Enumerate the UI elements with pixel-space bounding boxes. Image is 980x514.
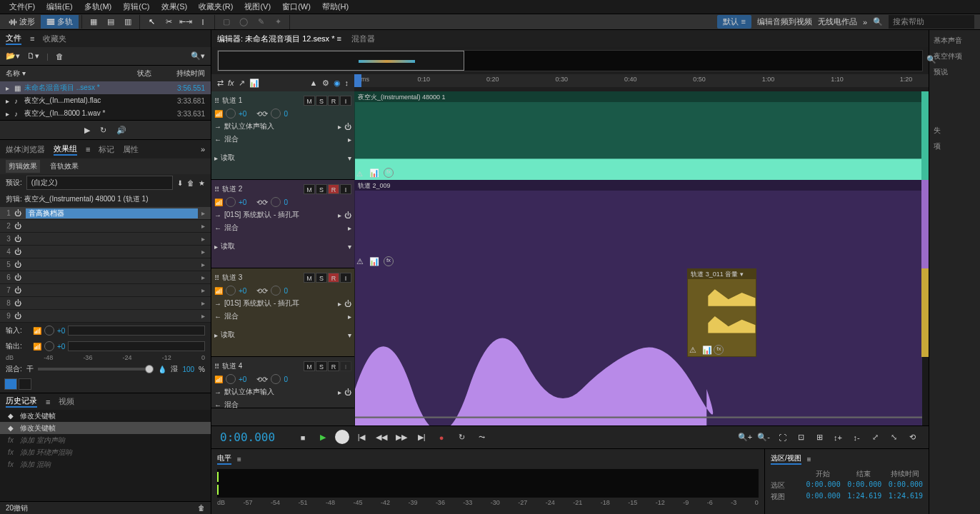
pan-knob[interactable]: [271, 109, 281, 119]
track-input[interactable]: 默认立体声输入: [224, 121, 335, 131]
volume-knob[interactable]: [226, 197, 236, 207]
clip-fx-icon[interactable]: 📊: [369, 168, 379, 178]
overview-bar[interactable]: 🔍: [217, 50, 923, 71]
history-item[interactable]: ◆修改关键帧: [0, 410, 211, 422]
output-value[interactable]: +0: [57, 343, 65, 351]
mini-autoplay-icon[interactable]: 🔊: [116, 126, 126, 135]
menu-view[interactable]: 视图(V): [239, 1, 276, 12]
solo-btn[interactable]: S: [316, 96, 327, 106]
zoom-out-v-icon[interactable]: ↕-: [849, 430, 864, 445]
arm-btn[interactable]: R: [328, 361, 339, 371]
timecode-display[interactable]: 0:00.000: [220, 430, 275, 444]
file-filter-icon[interactable]: 🔍▾: [191, 51, 205, 61]
tab-markers[interactable]: 标记: [99, 144, 114, 155]
skip-btn[interactable]: ⤳: [474, 430, 489, 445]
arm-btn[interactable]: R: [328, 96, 339, 106]
view-start[interactable]: 0:00.000: [805, 492, 841, 502]
track-name[interactable]: 轨道 3: [222, 273, 301, 283]
mute-btn[interactable]: M: [304, 273, 315, 283]
mini-loop-icon[interactable]: ↻: [100, 126, 106, 135]
zoom-fit-icon[interactable]: ⛶: [774, 430, 790, 445]
rack-slot[interactable]: 8⏻▸: [0, 297, 211, 310]
brush-tool[interactable]: ✎: [253, 15, 269, 29]
levels-menu[interactable]: ≡: [237, 455, 241, 463]
spot-tool[interactable]: ✦: [270, 15, 286, 29]
mixer-tab[interactable]: 混音器: [351, 34, 375, 44]
preset-save-icon[interactable]: ⬇: [177, 179, 183, 187]
input-power-icon[interactable]: ⏻: [344, 123, 351, 131]
mix-value[interactable]: 100: [182, 366, 194, 373]
track-read[interactable]: 读取: [221, 153, 345, 163]
track-name[interactable]: 轨道 4: [222, 361, 301, 371]
menu-window[interactable]: 窗口(W): [276, 1, 316, 12]
hud-toggle-3[interactable]: ▥: [120, 15, 136, 29]
clip-fx-badge[interactable]: fx: [714, 345, 724, 355]
volume-knob[interactable]: [226, 374, 236, 384]
eq-icon[interactable]: 📊: [249, 79, 259, 88]
pan-knob[interactable]: [271, 286, 281, 296]
record-btn[interactable]: ●: [434, 430, 449, 445]
zoom-sel-icon[interactable]: ⊡: [793, 430, 809, 445]
mute-btn[interactable]: M: [304, 361, 315, 371]
overview-selection[interactable]: [218, 51, 464, 71]
track-read[interactable]: 读取: [221, 330, 345, 340]
zoom-out-icon[interactable]: 🔍-: [756, 430, 771, 445]
track-input[interactable]: [01S] 系统默认 - 插孔耳: [224, 210, 335, 220]
audio-clip[interactable]: 夜空火_(Instrumental) 48000 1 ⚠ 📊 fx: [354, 91, 923, 180]
solo-btn[interactable]: S: [316, 361, 327, 371]
power-icon[interactable]: ⏻: [14, 209, 26, 217]
search-help[interactable]: 搜索帮助: [889, 15, 974, 29]
solo-btn[interactable]: S: [316, 273, 327, 283]
file-delete-icon[interactable]: 🗑: [56, 52, 64, 61]
clip-fx-icon[interactable]: 📊: [702, 346, 712, 355]
mini-play-icon[interactable]: ▶: [84, 126, 90, 135]
track-name[interactable]: 轨道 2: [222, 184, 301, 194]
menu-edit[interactable]: 编辑(E): [41, 1, 79, 12]
timeline-ruler[interactable]: hms 0:10 0:20 0:30 0:40 0:50 1:00 1:10 1…: [354, 74, 929, 87]
pan-knob[interactable]: [271, 197, 281, 207]
prev-btn[interactable]: |◀: [354, 430, 369, 445]
menu-effects[interactable]: 效果(S): [156, 1, 194, 12]
mute-btn[interactable]: M: [304, 184, 315, 194]
input-knob[interactable]: [44, 326, 54, 336]
subtab-clip-effects[interactable]: 剪辑效果: [6, 160, 40, 173]
file-new-icon[interactable]: 🗋▾: [27, 51, 39, 61]
razor-tool[interactable]: ✂: [161, 15, 176, 29]
rack-slot[interactable]: 5⏻▸: [0, 258, 211, 271]
volume-knob[interactable]: [226, 109, 236, 119]
monitor-btn[interactable]: I: [340, 184, 351, 194]
tab-media-browser[interactable]: 媒体浏览器: [6, 144, 45, 155]
clip-fx-icon[interactable]: 📊: [369, 257, 379, 266]
col-name[interactable]: 名称 ▾: [6, 69, 126, 79]
tabs-overflow[interactable]: »: [201, 145, 205, 153]
right-section-1[interactable]: 夜空伴项: [932, 49, 977, 64]
workspace-link-1[interactable]: 编辑音频到视频: [757, 16, 812, 27]
tab-history-menu[interactable]: ≡: [46, 398, 50, 406]
tab-favorites[interactable]: 收藏夹: [43, 34, 66, 44]
track-output[interactable]: 混合: [224, 311, 345, 321]
workspace-dropdown[interactable]: 默认 ≡: [717, 15, 751, 29]
monitor-btn[interactable]: I: [340, 96, 351, 106]
forward-btn[interactable]: ▶▶: [394, 430, 409, 445]
monitor-btn[interactable]: I: [340, 361, 351, 371]
preset-delete-icon[interactable]: 🗑: [187, 179, 194, 187]
playhead[interactable]: [354, 74, 361, 87]
subtab-track-effects[interactable]: 音轨效果: [47, 160, 81, 173]
pan-knob[interactable]: [271, 374, 281, 384]
next-btn[interactable]: ▶|: [414, 430, 429, 445]
rack-slot[interactable]: 1⏻ 音高换档器▸: [0, 207, 211, 220]
history-item[interactable]: ◆修改关键帧: [0, 422, 211, 434]
col-status[interactable]: 状态: [126, 69, 162, 79]
track-output[interactable]: 混合: [224, 400, 351, 410]
zoom-all-icon[interactable]: ⊞: [811, 430, 827, 445]
tab-files[interactable]: 文件: [6, 33, 21, 45]
sel-end[interactable]: 0:00.000: [846, 480, 882, 490]
tab-effects-menu[interactable]: ≡: [86, 145, 90, 153]
track-tool-4[interactable]: ↕: [345, 79, 349, 87]
right-section-3[interactable]: 失: [932, 123, 977, 138]
zoom-navigator-icon[interactable]: 🔍: [926, 55, 936, 64]
track-content[interactable]: 夜空火_(Instrumental) 48000 1 ⚠ 📊 fx 轨道 2_0…: [354, 91, 929, 425]
track-read[interactable]: 读取: [221, 241, 345, 251]
rack-slot[interactable]: 3⏻▸: [0, 233, 211, 246]
tab-history[interactable]: 历史记录: [6, 395, 37, 408]
